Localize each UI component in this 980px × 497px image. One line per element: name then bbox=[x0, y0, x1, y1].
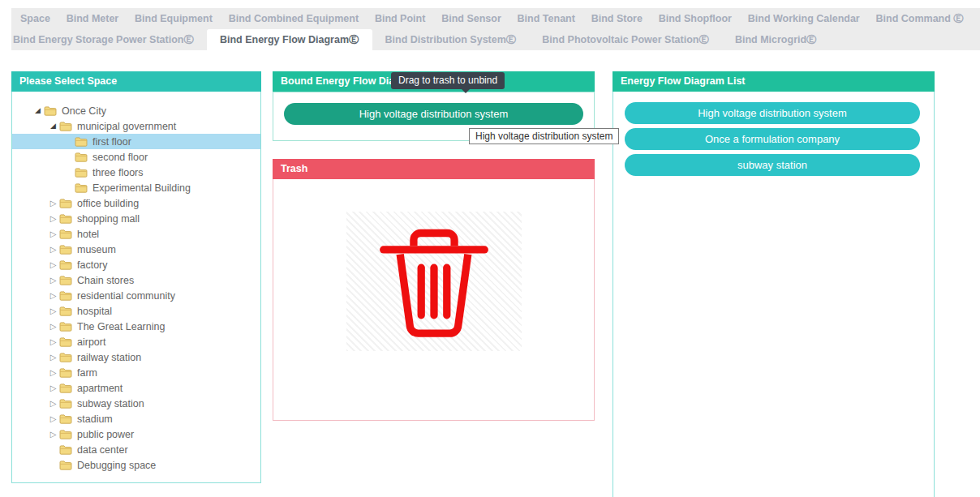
tree-item-label: Experimental Building bbox=[92, 182, 191, 194]
tab-bind-combined-equipment[interactable]: Bind Combined Equipment bbox=[229, 13, 359, 24]
tab-bind-working-calendar[interactable]: Bind Working Calendar bbox=[748, 13, 860, 24]
diagram-list-item-subway-station[interactable]: subway station bbox=[625, 154, 920, 176]
diagram-list-item-once-formulation[interactable]: Once a formulation company bbox=[625, 128, 920, 150]
tree-item-chain-stores[interactable]: ▷ Chain stores bbox=[12, 272, 260, 288]
tab-space[interactable]: Space bbox=[20, 13, 50, 24]
tree-item-label: three floors bbox=[92, 167, 144, 178]
tree-item-label: apartment bbox=[77, 383, 122, 394]
folder-icon bbox=[59, 444, 72, 455]
tree-item-debugging-space[interactable]: Debugging space bbox=[12, 457, 260, 473]
trash-panel-title: Trash bbox=[273, 159, 595, 179]
folder-icon bbox=[59, 244, 72, 255]
tree-item-residential-community[interactable]: ▷ residential community bbox=[12, 288, 260, 303]
tree-item-the-great-learning[interactable]: ▷ The Great Learning bbox=[12, 319, 260, 334]
bound-diagram-pill[interactable]: High voltage distribution system bbox=[284, 103, 583, 125]
tree-collapsed-icon[interactable]: ▷ bbox=[47, 272, 59, 288]
tab-bind-photovoltaic-power-station[interactable]: Bind Photovoltaic Power StationⒺ bbox=[529, 29, 722, 50]
tree-item-hospital[interactable]: ▷ hospital bbox=[12, 303, 260, 319]
tree-collapsed-icon[interactable]: ▷ bbox=[47, 396, 59, 411]
tree-collapsed-icon[interactable]: ▷ bbox=[47, 211, 59, 226]
tree-item-subway-station[interactable]: ▷ subway station bbox=[12, 396, 260, 411]
tree-collapsed-icon[interactable]: ▷ bbox=[47, 257, 59, 272]
tab-bind-shopfloor[interactable]: Bind Shopfloor bbox=[659, 13, 732, 24]
tree-collapsed-icon[interactable]: ▷ bbox=[47, 226, 59, 242]
tree-item-airport[interactable]: ▷ airport bbox=[12, 334, 260, 349]
tree-collapsed-icon[interactable]: ▷ bbox=[47, 195, 59, 211]
tree-item-label: Debugging space bbox=[77, 460, 156, 471]
tree-expanded-icon[interactable]: ◢ bbox=[32, 103, 44, 118]
tree-item-shopping-mall[interactable]: ▷ shopping mall bbox=[12, 211, 260, 226]
folder-icon bbox=[59, 229, 72, 239]
tree-item-municipal-government[interactable]: ◢ municipal government bbox=[12, 118, 260, 134]
tree-collapsed-icon[interactable]: ▷ bbox=[47, 380, 59, 396]
diagram-list-panel-title: Energy Flow Diagram List bbox=[612, 71, 935, 92]
trash-drop-zone[interactable] bbox=[273, 179, 595, 421]
tab-bind-command[interactable]: Bind Command Ⓔ bbox=[876, 12, 964, 26]
tree-item-label: museum bbox=[77, 244, 116, 255]
diagram-list-item-high-voltage[interactable]: High voltage distribution system bbox=[625, 102, 920, 124]
folder-icon bbox=[59, 383, 72, 393]
tree-collapsed-icon[interactable]: ▷ bbox=[47, 242, 59, 257]
tree-item-hotel[interactable]: ▷ hotel bbox=[12, 226, 260, 242]
tree-item-three-floors[interactable]: three floors bbox=[12, 165, 260, 180]
tree-collapsed-icon[interactable]: ▷ bbox=[47, 426, 59, 442]
hover-tooltip: High voltage distribution system bbox=[469, 128, 619, 144]
tree-item-first-floor[interactable]: first floor bbox=[12, 134, 260, 149]
folder-icon bbox=[59, 367, 72, 378]
tab-bind-tenant[interactable]: Bind Tenant bbox=[518, 13, 575, 24]
tree-item-farm[interactable]: ▷ farm bbox=[12, 365, 260, 380]
tab-row-primary: Space Bind Meter Bind Equipment Bind Com… bbox=[11, 8, 980, 29]
space-tree: ◢ Once City ◢ municipal government first… bbox=[11, 92, 261, 483]
tree-item-label: residential community bbox=[77, 290, 175, 302]
tab-bind-equipment[interactable]: Bind Equipment bbox=[135, 13, 213, 24]
tree-item-office-building[interactable]: ▷ office building bbox=[12, 195, 260, 211]
tree-item-once-city[interactable]: ◢ Once City bbox=[12, 103, 260, 118]
tree-item-second-floor[interactable]: second floor bbox=[12, 149, 260, 165]
tree-item-museum[interactable]: ▷ museum bbox=[12, 242, 260, 257]
tab-bind-sensor[interactable]: Bind Sensor bbox=[441, 13, 501, 24]
folder-icon bbox=[59, 352, 72, 362]
tree-item-label: stadium bbox=[77, 413, 113, 425]
tab-bind-store[interactable]: Bind Store bbox=[591, 13, 643, 24]
folder-icon bbox=[59, 213, 72, 224]
tree-item-label: hospital bbox=[77, 306, 112, 317]
tab-bind-microgrid[interactable]: Bind MicrogridⒺ bbox=[722, 29, 830, 50]
tab-bind-energy-flow-diagram[interactable]: Bind Energy Flow DiagramⒺ bbox=[207, 29, 372, 50]
tree-item-factory[interactable]: ▷ factory bbox=[12, 257, 260, 272]
folder-icon bbox=[44, 105, 57, 116]
tree-item-label: data center bbox=[77, 444, 128, 456]
tree-collapsed-icon[interactable]: ▷ bbox=[47, 365, 59, 380]
tree-item-label: first floor bbox=[92, 136, 131, 148]
tree-item-label: second floor bbox=[92, 152, 148, 163]
folder-icon bbox=[59, 275, 72, 285]
tree-item-label: Once City bbox=[62, 105, 106, 117]
tab-bind-point[interactable]: Bind Point bbox=[375, 13, 426, 24]
space-tree-panel-title: Please Select Space bbox=[11, 71, 261, 92]
tab-bind-meter[interactable]: Bind Meter bbox=[67, 13, 119, 24]
tab-row-secondary: Bind Energy Storage Power StationⒺ Bind … bbox=[11, 29, 980, 50]
tree-item-label: The Great Learning bbox=[77, 321, 165, 332]
folder-icon bbox=[59, 198, 72, 208]
tree-collapsed-icon[interactable]: ▷ bbox=[47, 349, 59, 365]
folder-icon bbox=[59, 398, 72, 409]
tree-item-data-center[interactable]: data center bbox=[12, 442, 260, 457]
tab-navigation: Space Bind Meter Bind Equipment Bind Com… bbox=[11, 8, 980, 50]
tree-item-label: airport bbox=[77, 336, 105, 348]
tree-item-label: subway station bbox=[77, 398, 144, 409]
tree-collapsed-icon[interactable]: ▷ bbox=[47, 303, 59, 319]
tree-collapsed-icon[interactable]: ▷ bbox=[47, 288, 59, 303]
trash-hatch-area bbox=[346, 212, 522, 351]
tab-bind-energy-storage-power-station[interactable]: Bind Energy Storage Power StationⒺ bbox=[11, 29, 207, 50]
tree-item-public-power[interactable]: ▷ public power bbox=[12, 426, 260, 442]
bind-energy-flow-diagram-page: Space Bind Meter Bind Equipment Bind Com… bbox=[0, 0, 980, 497]
tree-collapsed-icon[interactable]: ▷ bbox=[47, 334, 59, 349]
tree-item-label: public power bbox=[77, 429, 134, 440]
tab-bind-distribution-system[interactable]: Bind Distribution SystemⒺ bbox=[372, 29, 530, 50]
tree-item-experimental-building[interactable]: Experimental Building bbox=[12, 180, 260, 195]
tree-item-railway-station[interactable]: ▷ railway station bbox=[12, 349, 260, 365]
tree-collapsed-icon[interactable]: ▷ bbox=[47, 411, 59, 426]
tree-item-apartment[interactable]: ▷ apartment bbox=[12, 380, 260, 396]
tree-expanded-icon[interactable]: ◢ bbox=[47, 118, 59, 134]
tree-item-stadium[interactable]: ▷ stadium bbox=[12, 411, 260, 426]
tree-collapsed-icon[interactable]: ▷ bbox=[47, 319, 59, 334]
